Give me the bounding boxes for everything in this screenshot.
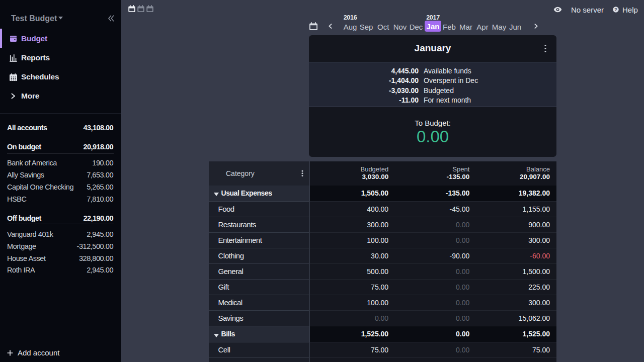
svg-text:?: ? — [614, 7, 617, 12]
